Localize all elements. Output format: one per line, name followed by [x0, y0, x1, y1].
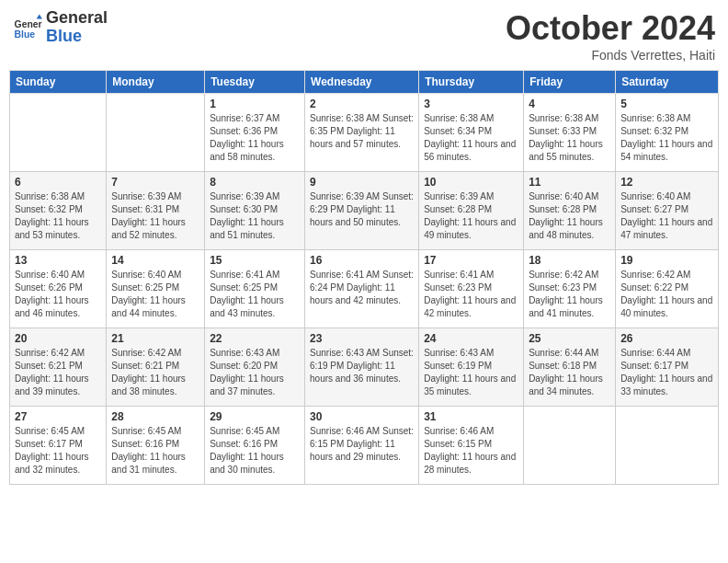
calendar-cell: 11Sunrise: 6:40 AM Sunset: 6:28 PM Dayli… — [524, 172, 616, 250]
calendar-week-5: 27Sunrise: 6:45 AM Sunset: 6:17 PM Dayli… — [10, 407, 719, 485]
day-info: Sunrise: 6:45 AM Sunset: 6:16 PM Dayligh… — [111, 425, 199, 477]
calendar-cell — [107, 94, 205, 172]
day-number: 17 — [424, 254, 518, 267]
day-info: Sunrise: 6:46 AM Sunset: 6:15 PM Dayligh… — [424, 425, 518, 477]
day-info: Sunrise: 6:41 AM Sunset: 6:23 PM Dayligh… — [424, 269, 518, 320]
day-info: Sunrise: 6:44 AM Sunset: 6:17 PM Dayligh… — [620, 347, 713, 398]
day-number: 29 — [210, 410, 300, 423]
day-number: 19 — [620, 254, 713, 267]
day-info: Sunrise: 6:45 AM Sunset: 6:16 PM Dayligh… — [210, 425, 300, 477]
day-info: Sunrise: 6:41 AM Sunset: 6:24 PM Dayligh… — [310, 269, 414, 307]
calendar-week-3: 13Sunrise: 6:40 AM Sunset: 6:26 PM Dayli… — [10, 250, 719, 328]
calendar-cell: 27Sunrise: 6:45 AM Sunset: 6:17 PM Dayli… — [10, 407, 107, 485]
logo-line2: Blue — [46, 28, 108, 46]
day-number: 18 — [529, 254, 610, 267]
calendar-cell: 17Sunrise: 6:41 AM Sunset: 6:23 PM Dayli… — [419, 250, 524, 328]
calendar-cell — [524, 407, 616, 485]
calendar-cell: 9Sunrise: 6:39 AM Sunset: 6:29 PM Daylig… — [305, 172, 419, 250]
day-number: 26 — [620, 332, 713, 345]
calendar-cell: 22Sunrise: 6:43 AM Sunset: 6:20 PM Dayli… — [205, 328, 305, 407]
day-number: 10 — [424, 176, 518, 189]
day-number: 28 — [111, 410, 199, 423]
calendar-cell: 21Sunrise: 6:42 AM Sunset: 6:21 PM Dayli… — [107, 328, 205, 407]
day-info: Sunrise: 6:38 AM Sunset: 6:34 PM Dayligh… — [424, 112, 518, 164]
calendar-cell: 25Sunrise: 6:44 AM Sunset: 6:18 PM Dayli… — [524, 328, 616, 407]
title-block: October 2024 Fonds Verrettes, Haiti — [506, 9, 715, 63]
day-info: Sunrise: 6:42 AM Sunset: 6:21 PM Dayligh… — [15, 347, 101, 398]
day-info: Sunrise: 6:44 AM Sunset: 6:18 PM Dayligh… — [529, 347, 610, 398]
day-number: 14 — [111, 254, 199, 267]
weekday-header-thursday: Thursday — [419, 71, 524, 94]
day-number: 6 — [15, 176, 101, 189]
day-number: 5 — [620, 98, 713, 110]
day-info: Sunrise: 6:43 AM Sunset: 6:19 PM Dayligh… — [310, 347, 414, 385]
calendar-cell: 26Sunrise: 6:44 AM Sunset: 6:17 PM Dayli… — [616, 328, 719, 407]
day-info: Sunrise: 6:40 AM Sunset: 6:25 PM Dayligh… — [111, 269, 199, 320]
svg-text:Blue: Blue — [15, 29, 36, 40]
day-number: 12 — [620, 176, 713, 189]
day-number: 20 — [15, 332, 101, 345]
calendar-cell: 8Sunrise: 6:39 AM Sunset: 6:30 PM Daylig… — [205, 172, 305, 250]
day-number: 24 — [424, 332, 518, 345]
day-info: Sunrise: 6:40 AM Sunset: 6:26 PM Dayligh… — [15, 269, 101, 320]
weekday-header-friday: Friday — [524, 71, 616, 94]
page-header: General Blue General Blue October 2024 F… — [9, 9, 719, 63]
logo-icon: General Blue — [13, 13, 42, 42]
day-info: Sunrise: 6:40 AM Sunset: 6:27 PM Dayligh… — [620, 190, 713, 242]
calendar-body: 1Sunrise: 6:37 AM Sunset: 6:36 PM Daylig… — [10, 94, 719, 485]
day-info: Sunrise: 6:38 AM Sunset: 6:32 PM Dayligh… — [15, 190, 101, 242]
day-number: 1 — [210, 98, 300, 110]
calendar-week-2: 6Sunrise: 6:38 AM Sunset: 6:32 PM Daylig… — [10, 172, 719, 250]
day-info: Sunrise: 6:42 AM Sunset: 6:21 PM Dayligh… — [111, 347, 199, 398]
day-info: Sunrise: 6:43 AM Sunset: 6:19 PM Dayligh… — [424, 347, 518, 398]
weekday-header-saturday: Saturday — [616, 71, 719, 94]
day-number: 13 — [15, 254, 101, 267]
calendar-cell: 4Sunrise: 6:38 AM Sunset: 6:33 PM Daylig… — [524, 94, 616, 172]
day-info: Sunrise: 6:38 AM Sunset: 6:32 PM Dayligh… — [620, 112, 713, 164]
svg-marker-2 — [37, 14, 42, 18]
location-subtitle: Fonds Verrettes, Haiti — [506, 48, 715, 63]
calendar-week-1: 1Sunrise: 6:37 AM Sunset: 6:36 PM Daylig… — [10, 94, 719, 172]
calendar-cell — [10, 94, 107, 172]
day-number: 21 — [111, 332, 199, 345]
calendar-cell: 7Sunrise: 6:39 AM Sunset: 6:31 PM Daylig… — [107, 172, 205, 250]
day-info: Sunrise: 6:38 AM Sunset: 6:33 PM Dayligh… — [529, 112, 610, 164]
day-number: 16 — [310, 254, 414, 267]
day-number: 2 — [310, 98, 414, 110]
calendar-cell: 1Sunrise: 6:37 AM Sunset: 6:36 PM Daylig… — [205, 94, 305, 172]
day-number: 11 — [529, 176, 610, 189]
day-number: 7 — [111, 176, 199, 189]
day-info: Sunrise: 6:42 AM Sunset: 6:23 PM Dayligh… — [529, 269, 610, 320]
day-number: 30 — [310, 410, 414, 423]
weekday-header-monday: Monday — [107, 71, 205, 94]
calendar-cell: 28Sunrise: 6:45 AM Sunset: 6:16 PM Dayli… — [107, 407, 205, 485]
calendar-cell: 18Sunrise: 6:42 AM Sunset: 6:23 PM Dayli… — [524, 250, 616, 328]
calendar-cell: 5Sunrise: 6:38 AM Sunset: 6:32 PM Daylig… — [616, 94, 719, 172]
day-number: 9 — [310, 176, 414, 189]
day-number: 23 — [310, 332, 414, 345]
day-number: 3 — [424, 98, 518, 110]
day-number: 31 — [424, 410, 518, 423]
weekday-header-sunday: Sunday — [10, 71, 107, 94]
calendar-cell: 31Sunrise: 6:46 AM Sunset: 6:15 PM Dayli… — [419, 407, 524, 485]
day-number: 25 — [529, 332, 610, 345]
svg-text:General: General — [15, 19, 42, 29]
day-number: 8 — [210, 176, 300, 189]
day-number: 27 — [15, 410, 101, 423]
day-info: Sunrise: 6:43 AM Sunset: 6:20 PM Dayligh… — [210, 347, 300, 398]
day-number: 15 — [210, 254, 300, 267]
day-info: Sunrise: 6:38 AM Sunset: 6:35 PM Dayligh… — [310, 112, 414, 151]
day-info: Sunrise: 6:39 AM Sunset: 6:30 PM Dayligh… — [210, 190, 300, 242]
calendar-cell: 14Sunrise: 6:40 AM Sunset: 6:25 PM Dayli… — [107, 250, 205, 328]
calendar-cell: 19Sunrise: 6:42 AM Sunset: 6:22 PM Dayli… — [616, 250, 719, 328]
calendar-cell: 6Sunrise: 6:38 AM Sunset: 6:32 PM Daylig… — [10, 172, 107, 250]
calendar-cell: 30Sunrise: 6:46 AM Sunset: 6:15 PM Dayli… — [305, 407, 419, 485]
weekday-header-tuesday: Tuesday — [205, 71, 305, 94]
month-title: October 2024 — [506, 9, 715, 48]
logo-line1: General — [46, 9, 108, 28]
calendar-cell: 10Sunrise: 6:39 AM Sunset: 6:28 PM Dayli… — [419, 172, 524, 250]
day-info: Sunrise: 6:39 AM Sunset: 6:29 PM Dayligh… — [310, 190, 414, 229]
logo: General Blue General Blue — [13, 9, 108, 46]
calendar-cell: 16Sunrise: 6:41 AM Sunset: 6:24 PM Dayli… — [305, 250, 419, 328]
weekday-header-wednesday: Wednesday — [305, 71, 419, 94]
